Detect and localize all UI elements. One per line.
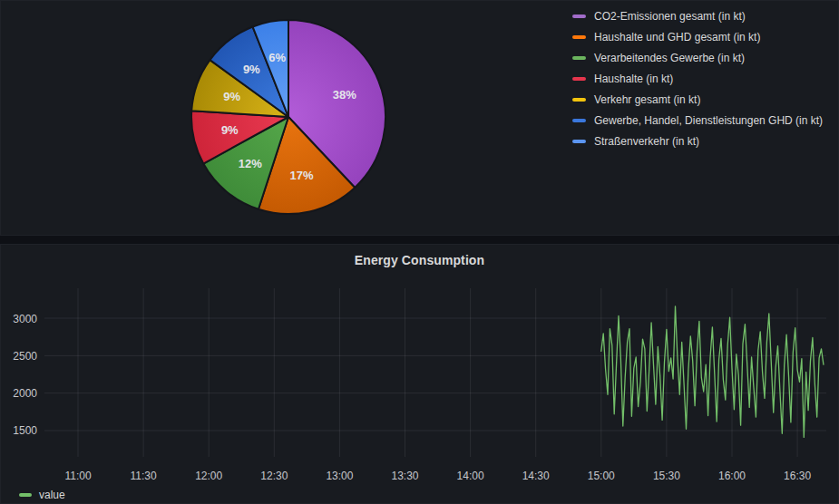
x-tick-label: 16:00 <box>718 470 746 482</box>
timeseries-chart[interactable]: 150020002500300011:0011:3012:0012:3013:0… <box>1 245 839 504</box>
series-legend-item[interactable]: value <box>19 489 65 501</box>
legend-label: Haushalte (in kt) <box>594 73 673 85</box>
y-tick-label: 1500 <box>13 424 37 437</box>
legend-color-dash <box>572 119 586 122</box>
x-tick-label: 11:30 <box>131 470 157 482</box>
legend-color-dash <box>572 140 586 143</box>
pie-slice-label: 17% <box>289 169 313 182</box>
legend-label: Haushalte und GHD gesamt (in kt) <box>594 31 760 44</box>
x-tick-label: 14:00 <box>457 470 484 482</box>
x-tick-label: 13:00 <box>326 470 353 482</box>
legend-color-dash <box>572 35 586 39</box>
pie-slice-label: 9% <box>221 123 239 137</box>
y-tick-label: 2500 <box>13 350 37 363</box>
legend-label: Verkehr gesamt (in kt) <box>594 93 700 106</box>
legend-color-dash <box>572 56 586 60</box>
legend-label: Straßenverkehr (in kt) <box>594 135 699 148</box>
pie-chart[interactable]: 38%17%12%9%9%9%6% <box>188 16 389 218</box>
series-label: value <box>39 489 65 501</box>
pie-legend-item[interactable]: Straßenverkehr (in kt) <box>572 131 823 151</box>
pie-slice-label: 12% <box>239 157 262 170</box>
x-tick-label: 15:30 <box>653 470 680 482</box>
pie-legend-item[interactable]: CO2-Emissionen gesamt (in kt) <box>572 5 823 26</box>
timeseries-panel: Energy Consumption 150020002500300011:00… <box>0 244 839 504</box>
pie-legend-item[interactable]: Verarbeitendes Gewerbe (in kt) <box>572 47 823 68</box>
legend-color-dash <box>572 77 586 81</box>
pie-legend-item[interactable]: Haushalte (in kt) <box>572 68 823 89</box>
x-tick-label: 15:00 <box>588 470 615 482</box>
x-tick-label: 11:00 <box>64 470 91 482</box>
y-tick-label: 3000 <box>13 313 37 325</box>
x-tick-label: 12:30 <box>260 470 288 482</box>
legend-color-dash <box>572 15 586 18</box>
y-tick-label: 2000 <box>13 387 37 400</box>
pie-slice-label: 38% <box>333 88 356 102</box>
x-tick-label: 16:30 <box>784 470 811 482</box>
pie-legend-item[interactable]: Gewerbe, Handel, Dienstleistungen GHD (i… <box>572 110 823 131</box>
pie-slice-label: 9% <box>243 63 260 76</box>
pie-legend-item[interactable]: Haushalte und GHD gesamt (in kt) <box>572 26 823 47</box>
series-line <box>601 306 824 438</box>
legend-label: CO2-Emissionen gesamt (in kt) <box>594 10 746 23</box>
legend-color-dash <box>572 98 586 102</box>
legend-label: Verarbeitendes Gewerbe (in kt) <box>594 52 745 64</box>
x-tick-label: 13:30 <box>391 470 418 482</box>
pie-slice-label: 6% <box>268 51 286 64</box>
x-tick-label: 12:00 <box>195 470 222 482</box>
legend-label: Gewerbe, Handel, Dienstleistungen GHD (i… <box>594 114 823 127</box>
pie-slice-label: 9% <box>223 90 240 103</box>
pie-legend-item[interactable]: Verkehr gesamt (in kt) <box>572 89 823 110</box>
series-color-dash <box>19 493 32 497</box>
pie-chart-panel: 38%17%12%9%9%9%6% CO2-Emissionen gesamt … <box>0 0 839 236</box>
pie-legend: CO2-Emissionen gesamt (in kt)Haushalte u… <box>572 5 823 151</box>
x-tick-label: 14:30 <box>522 470 550 482</box>
